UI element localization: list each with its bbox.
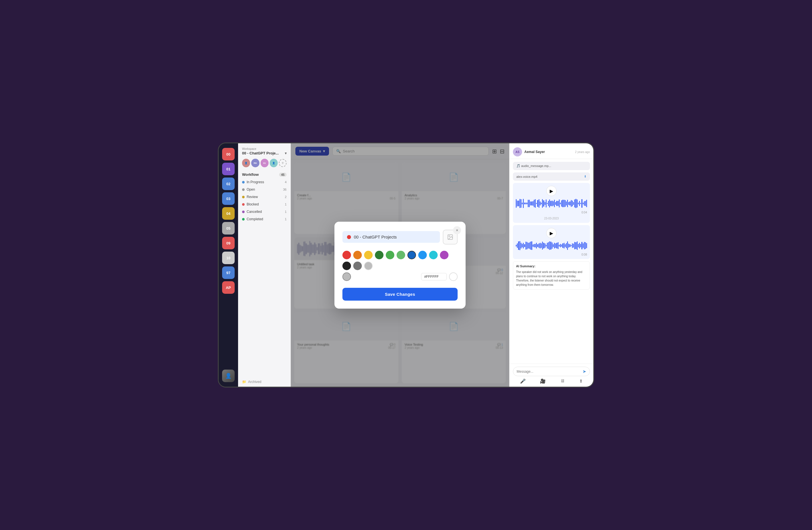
- sidebar-item-01[interactable]: 01: [222, 163, 235, 175]
- avatar-2: RK: [251, 159, 259, 167]
- chat-timestamp: 2 years ago: [575, 150, 590, 153]
- message-input[interactable]: [517, 370, 580, 373]
- project-name-text: 00 - ChatGPT Projects: [354, 235, 397, 239]
- workflow-panel: Workspace 00 - ChatGPT Proje... ▾ 👤 RK 0…: [238, 143, 291, 387]
- project-color-dot: [347, 235, 351, 239]
- status-dot-open: [242, 188, 245, 191]
- status-blocked[interactable]: Blocked 1: [238, 201, 291, 208]
- add-member-button[interactable]: +: [279, 159, 287, 167]
- workspace-title[interactable]: 00 - ChatGPT Proje... ▾: [238, 151, 291, 158]
- audio-play-button-1[interactable]: ▶: [546, 186, 556, 196]
- main-content: New Canvas ▾ 🔍 Search ⊞ ⊟ 📄 Create f... …: [291, 143, 509, 387]
- svg-point-1: [449, 236, 450, 236]
- chat-user-avatar: AS: [513, 147, 522, 157]
- status-count-blocked: 1: [285, 203, 287, 206]
- device-frame: 00 01 02 03 04 05 09 10 97 AP 👤 Workspac…: [218, 143, 594, 387]
- status-count-review: 2: [285, 195, 287, 198]
- icon-sidebar: 00 01 02 03 04 05 09 10 97 AP 👤: [219, 143, 238, 387]
- avatar-3: 01: [261, 159, 269, 167]
- project-name-input[interactable]: 00 - ChatGPT Projects: [343, 231, 440, 243]
- ai-summary: AI Summary: The speaker did not work on …: [513, 261, 590, 290]
- status-cancelled[interactable]: Cancelled 1: [238, 208, 291, 216]
- sidebar-item-ap[interactable]: AP: [222, 281, 235, 294]
- audio-waveform-2: [516, 240, 587, 251]
- audio-duration-2: 0:08: [516, 253, 587, 256]
- color-blue[interactable]: [418, 251, 427, 259]
- status-in-progress[interactable]: In Progress 4: [238, 178, 291, 186]
- save-changes-button[interactable]: Save Changes: [343, 288, 458, 300]
- color-cyan[interactable]: [429, 251, 438, 259]
- color-purple[interactable]: [440, 251, 449, 259]
- modal-close-button[interactable]: ×: [453, 226, 461, 234]
- chat-icons-row: 🎤 🎥 🖥 ⬆: [513, 379, 590, 384]
- ai-summary-title: AI Summary:: [516, 264, 587, 269]
- status-count-completed: 1: [285, 217, 287, 221]
- ai-summary-text: The speaker did not work on anything yes…: [516, 270, 587, 287]
- white-color-swatch[interactable]: [449, 273, 458, 281]
- send-icon[interactable]: ➤: [582, 369, 586, 374]
- avatar-4: 👤: [270, 159, 278, 167]
- file-bubble-audio[interactable]: 🎵 audio_message.mp...: [513, 162, 590, 170]
- status-completed[interactable]: Completed 1: [238, 216, 291, 223]
- color-red[interactable]: [343, 251, 351, 259]
- color-dark-blue[interactable]: [407, 251, 416, 259]
- status-count-in-progress: 4: [285, 180, 287, 184]
- color-light-green[interactable]: [396, 251, 405, 259]
- status-dot-completed: [242, 218, 245, 221]
- chat-input-row[interactable]: ➤: [513, 367, 590, 376]
- archive-icon: 📁: [242, 380, 246, 384]
- chat-header: AS Aemal Sayer 2 years ago: [509, 143, 593, 159]
- status-label-completed: Completed: [247, 217, 263, 221]
- sidebar-item-09[interactable]: 09: [222, 237, 235, 249]
- status-label-review: Review: [247, 195, 258, 199]
- status-label-cancelled: Cancelled: [247, 210, 262, 214]
- video-icon[interactable]: 🎥: [540, 379, 546, 384]
- chat-panel: AS Aemal Sayer 2 years ago 🎵 audio_messa…: [509, 143, 593, 387]
- status-label-open: Open: [247, 188, 255, 191]
- color-yellow[interactable]: [364, 251, 373, 259]
- status-dot-cancelled: [242, 210, 245, 213]
- download-icon[interactable]: ⬇: [584, 175, 586, 178]
- color-orange[interactable]: [353, 251, 362, 259]
- color-gray-selected[interactable]: [343, 273, 351, 281]
- chat-input-area: ➤ 🎤 🎥 🖥 ⬆: [509, 364, 593, 387]
- sidebar-item-user[interactable]: 👤: [222, 370, 235, 382]
- sidebar-item-10[interactable]: 10: [222, 252, 235, 264]
- audio-play-button-2[interactable]: ▶: [546, 228, 556, 238]
- sidebar-item-04[interactable]: 04: [222, 207, 235, 220]
- workspace-label: Workspace: [238, 143, 291, 151]
- audio-duration-1: 0:04: [516, 211, 587, 214]
- color-black[interactable]: [343, 262, 351, 270]
- rename-modal: × 00 - ChatGPT Projects: [334, 222, 466, 309]
- workflow-label: Workflow: [242, 172, 259, 177]
- color-dark-gray[interactable]: [353, 262, 362, 270]
- archived-row[interactable]: 📁 Archived: [238, 377, 291, 387]
- avatars-row: 👤 RK 01 👤 +: [238, 158, 291, 171]
- sidebar-item-97[interactable]: 97: [222, 266, 235, 279]
- status-review[interactable]: Review 2: [238, 193, 291, 201]
- audio-player-2: ▶ 0:08: [513, 225, 590, 259]
- modal-overlay[interactable]: × 00 - ChatGPT Projects: [291, 143, 509, 387]
- workspace-title-text: 00 - ChatGPT Proje...: [242, 151, 279, 155]
- color-dark-green[interactable]: [375, 251, 383, 259]
- status-dot-review: [242, 196, 245, 198]
- workflow-header: Workflow 45: [238, 171, 291, 178]
- color-light-gray[interactable]: [364, 262, 373, 270]
- avatar-1: 👤: [242, 159, 250, 167]
- modal-input-row: 00 - ChatGPT Projects: [343, 230, 458, 245]
- mic-icon[interactable]: 🎤: [520, 379, 526, 384]
- sidebar-item-02[interactable]: 02: [222, 178, 235, 190]
- status-open[interactable]: Open 36: [238, 186, 291, 193]
- sidebar-item-05[interactable]: 05: [222, 222, 235, 235]
- color-medium-green[interactable]: [386, 251, 394, 259]
- audio-waveform-1: [516, 198, 587, 209]
- hex-color-input[interactable]: [421, 273, 447, 280]
- sidebar-item-03[interactable]: 03: [222, 192, 235, 205]
- file-bubble-video[interactable]: alex-voice.mp4 ⬇: [513, 172, 590, 181]
- screen-icon[interactable]: 🖥: [560, 379, 565, 384]
- color-palette: [343, 251, 458, 281]
- upload-icon[interactable]: ⬆: [579, 379, 583, 384]
- status-dot-blocked: [242, 203, 245, 206]
- sidebar-item-00[interactable]: 00: [222, 148, 235, 160]
- status-dot-in-progress: [242, 181, 245, 183]
